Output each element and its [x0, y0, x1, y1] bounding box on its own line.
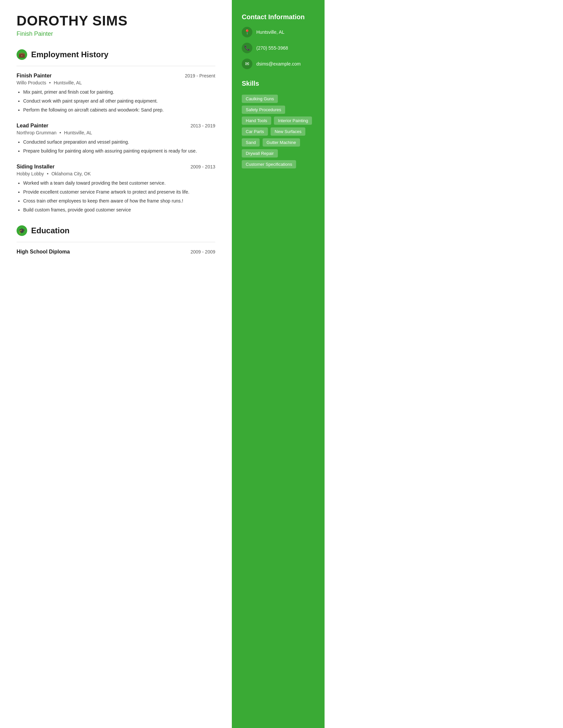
email-icon: ✉ [242, 59, 252, 69]
skills-tags: Caulking Guns Safety Procedures Hand Too… [242, 93, 315, 170]
skills-section: Skills Caulking Guns Safety Procedures H… [242, 80, 315, 170]
education-section: 🎓 Education High School Diploma 2009 - 2… [17, 225, 215, 255]
bullet: Conducted surface preparation and vessel… [23, 139, 215, 146]
job-entry-1: Finish Painter 2019 - Present Willo Prod… [17, 73, 215, 114]
resume-title: Finish Painter [17, 30, 215, 37]
job-dates-1: 2019 - Present [185, 73, 215, 78]
skill-tag: New Surfaces [270, 127, 305, 136]
education-divider [17, 242, 215, 242]
job-bullets-3: Worked with a team daily toward providin… [17, 180, 215, 213]
employment-divider [17, 66, 215, 66]
graduation-icon: 🎓 [17, 225, 27, 236]
sidebar: Contact Information 📍 Huntsville, AL 📞 (… [232, 0, 325, 728]
employment-section: 💼 Employment History Finish Painter 2019… [17, 49, 215, 213]
edu-degree-1: High School Diploma [17, 249, 70, 255]
job-title-2: Lead Painter [17, 123, 48, 129]
skill-tag: Safety Procedures [242, 106, 285, 114]
skill-tag: Car Parts [242, 127, 268, 136]
bullet: Conduct work with paint sprayer and all … [23, 98, 215, 105]
contact-section-title: Contact Information [242, 13, 315, 21]
contact-location: 📍 Huntsville, AL [242, 27, 315, 37]
resume-name: DOROTHY SIMS [17, 13, 215, 28]
bullet: Cross train other employees to keep them… [23, 198, 215, 205]
job-header-3: Siding Installer 2009 - 2013 [17, 164, 215, 170]
location-icon: 📍 [242, 27, 252, 37]
employment-section-title: Employment History [31, 50, 108, 59]
job-company-3: Hobby Lobby • Oklahoma City, OK [17, 171, 215, 176]
skill-tag: Hand Tools [242, 116, 271, 125]
job-entry-2: Lead Painter 2013 - 2019 Northrop Grumma… [17, 123, 215, 155]
employment-section-header: 💼 Employment History [17, 49, 215, 60]
contact-email-text: dsims@example.com [256, 61, 301, 67]
briefcase-icon: 💼 [17, 49, 27, 60]
contact-phone: 📞 (270) 555-3968 [242, 43, 315, 53]
contact-section: Contact Information 📍 Huntsville, AL 📞 (… [242, 13, 315, 69]
phone-icon: 📞 [242, 43, 252, 53]
resume-header: DOROTHY SIMS Finish Painter [17, 13, 215, 37]
job-bullets-2: Conducted surface preparation and vessel… [17, 139, 215, 155]
bullet: Prepare building for painting along with… [23, 148, 215, 155]
contact-phone-text: (270) 555-3968 [256, 45, 288, 51]
skill-tag: Gutter Machine [262, 138, 300, 147]
contact-email: ✉ dsims@example.com [242, 59, 315, 69]
job-header-2: Lead Painter 2013 - 2019 [17, 123, 215, 129]
job-bullets-1: Mix paint, primer and finish coat for pa… [17, 89, 215, 114]
skills-section-title: Skills [242, 80, 315, 87]
job-company-2: Northrop Grumman • Huntsville, AL [17, 130, 215, 135]
job-company-1: Willo Products • Huntsville, AL [17, 80, 215, 85]
bullet: Perform the following on aircraft cabine… [23, 107, 215, 114]
job-dates-2: 2013 - 2019 [190, 123, 215, 128]
bullet: Build custom frames, provide good custom… [23, 206, 215, 213]
skill-tag: Customer Specifications [242, 160, 296, 168]
skill-tag: Sand [242, 138, 259, 147]
bullet: Worked with a team daily toward providin… [23, 180, 215, 187]
job-header-1: Finish Painter 2019 - Present [17, 73, 215, 79]
edu-dates-1: 2009 - 2009 [190, 249, 215, 254]
skill-tag: Interior Painting [274, 116, 312, 125]
job-title-3: Siding Installer [17, 164, 55, 170]
skill-tag: Caulking Guns [242, 95, 278, 103]
education-section-header: 🎓 Education [17, 225, 215, 236]
job-entry-3: Siding Installer 2009 - 2013 Hobby Lobby… [17, 164, 215, 213]
education-section-title: Education [31, 226, 70, 235]
job-dates-3: 2009 - 2013 [190, 164, 215, 169]
bullet: Provide excellent customer service Frame… [23, 189, 215, 196]
skill-tag: Drywall Repair [242, 149, 278, 158]
bullet: Mix paint, primer and finish coat for pa… [23, 89, 215, 96]
edu-entry-1: High School Diploma 2009 - 2009 [17, 249, 215, 255]
job-title-1: Finish Painter [17, 73, 52, 79]
contact-location-text: Huntsville, AL [256, 29, 285, 35]
main-content: DOROTHY SIMS Finish Painter 💼 Employment… [0, 0, 232, 728]
